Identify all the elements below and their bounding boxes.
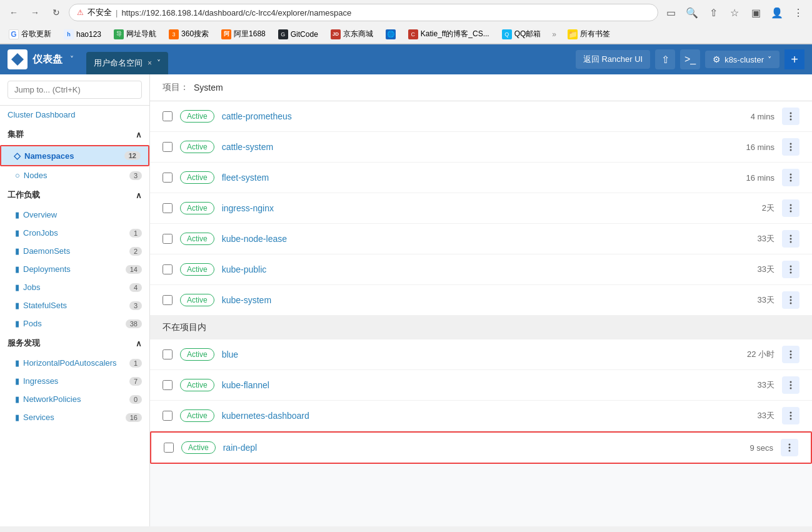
row-menu-button[interactable]	[781, 439, 798, 456]
row-checkbox[interactable]	[163, 203, 173, 213]
bookmark-git[interactable]: G GitCode	[274, 28, 322, 41]
tab-view-button[interactable]: ▣	[747, 4, 764, 21]
section-header-cluster[interactable]: 集群 ∧	[0, 124, 149, 145]
row-checkbox[interactable]	[163, 142, 173, 152]
cast-button[interactable]: ▭	[662, 4, 679, 21]
sidebar-item-overview[interactable]: ▮ Overview	[0, 206, 149, 224]
cronjobs-icon: ▮	[15, 228, 19, 238]
bookmark-ali[interactable]: 阿 阿里1688	[218, 28, 269, 41]
namespace-name[interactable]: rain-depl	[223, 443, 743, 453]
sidebar-item-statefulsets[interactable]: ▮ StatefulSets 3	[0, 296, 149, 314]
bookmark-world[interactable]: 🌐	[382, 28, 399, 41]
row-checkbox[interactable]	[163, 295, 173, 305]
row-checkbox[interactable]	[163, 264, 173, 274]
namespace-name[interactable]: kube-system	[222, 295, 750, 305]
bookmark-hao123[interactable]: h hao123	[60, 28, 105, 41]
tab-arrow-icon[interactable]: ˅	[157, 59, 161, 68]
cluster-selector[interactable]: ⚙ k8s-cluster ˅	[705, 51, 779, 68]
namespace-name[interactable]: kube-flannel	[222, 380, 750, 390]
section-header-workload[interactable]: 工作负载 ∧	[0, 184, 149, 206]
row-menu-button[interactable]	[782, 376, 799, 394]
bookmark-google[interactable]: G 谷歌更新	[5, 28, 55, 41]
namespace-name[interactable]: kube-public	[222, 264, 750, 274]
nav-title-chevron[interactable]: ˅	[70, 55, 74, 64]
search-button[interactable]: 🔍	[683, 4, 701, 21]
sidebar-item-networkpolicies[interactable]: ▮ NetworkPolicies 0	[0, 390, 149, 408]
bookmark-katie[interactable]: C Katie_ff的博客_CS...	[404, 28, 493, 41]
katie-icon: C	[408, 29, 418, 39]
table-row: Activekubernetes-dashboard33天	[150, 401, 812, 431]
sidebar-item-cronjobs[interactable]: ▮ CronJobs 1	[0, 224, 149, 242]
add-button[interactable]: +	[784, 49, 804, 69]
sidebar-item-jobs[interactable]: ▮ Jobs 4	[0, 278, 149, 296]
row-checkbox[interactable]	[163, 173, 173, 183]
bookmarks-more[interactable]: »	[552, 30, 556, 39]
namespace-name[interactable]: ingress-nginx	[222, 203, 754, 213]
jobs-badge: 4	[129, 283, 142, 292]
sidebar-item-deployments[interactable]: ▮ Deployments 14	[0, 260, 149, 278]
pods-icon: ▮	[15, 319, 19, 328]
row-checkbox[interactable]	[163, 234, 173, 244]
bookmark-qq[interactable]: Q QQ邮箱	[498, 28, 545, 41]
row-menu-button[interactable]	[782, 108, 799, 125]
sidebar-item-hpa[interactable]: ▮ HorizontalPodAutoscalers 1	[0, 354, 149, 372]
sidebar-label: CronJobs	[23, 228, 58, 238]
row-menu-button[interactable]	[782, 291, 799, 309]
forward-button[interactable]: →	[26, 4, 44, 21]
hpa-icon: ▮	[15, 358, 19, 368]
row-menu-button[interactable]	[782, 346, 799, 363]
svg-point-17	[790, 272, 792, 274]
namespace-name[interactable]: cattle-prometheus	[222, 111, 743, 121]
project-header: 项目： System	[150, 74, 812, 101]
namespace-name[interactable]: kube-node-lease	[222, 234, 750, 244]
row-menu-button[interactable]	[782, 261, 799, 278]
profile-button[interactable]: 👤	[768, 4, 786, 21]
svg-point-1	[790, 116, 792, 118]
bookmark-jd[interactable]: JD 京东商城	[327, 28, 377, 41]
terminal-button[interactable]: >_	[680, 49, 700, 69]
nav-logo	[8, 49, 28, 69]
bookmark-folder[interactable]: 📁 所有书签	[564, 28, 614, 41]
namespace-time: 33天	[758, 294, 774, 306]
row-checkbox[interactable]	[163, 411, 173, 421]
row-menu-button[interactable]	[782, 169, 799, 186]
refresh-button[interactable]: ↻	[48, 4, 65, 21]
namespace-name[interactable]: cattle-system	[222, 142, 739, 152]
bookmark-button[interactable]: ☆	[726, 4, 743, 21]
search-input[interactable]	[8, 81, 142, 99]
sidebar-item-pods[interactable]: ▮ Pods 38	[0, 314, 149, 333]
row-checkbox[interactable]	[163, 349, 173, 359]
row-menu-button[interactable]	[782, 199, 799, 217]
section-header-service-discovery[interactable]: 服务发现 ∧	[0, 333, 149, 354]
namespace-tab[interactable]: 用户命名空间 × ˅	[86, 52, 168, 74]
bookmark-360[interactable]: 3 360搜索	[165, 28, 213, 41]
sidebar-item-namespaces[interactable]: ◇ Namespaces 12	[0, 145, 149, 166]
svg-point-7	[790, 177, 792, 179]
row-checkbox[interactable]	[163, 380, 173, 390]
tab-close-icon[interactable]: ×	[148, 59, 152, 68]
row-menu-button[interactable]	[782, 138, 799, 156]
menu-button[interactable]: ⋮	[789, 4, 807, 21]
bookmark-nav[interactable]: 导 网址导航	[110, 28, 160, 41]
sidebar-item-services[interactable]: ▮ Services 16	[0, 408, 149, 426]
nodes-badge: 3	[129, 171, 142, 180]
return-rancher-button[interactable]: 返回 Rancher UI	[576, 50, 650, 69]
namespace-name[interactable]: blue	[222, 349, 739, 359]
cluster-dashboard-item[interactable]: Cluster Dashboard	[0, 106, 149, 124]
sidebar-search-container	[0, 74, 149, 106]
row-menu-button[interactable]	[782, 407, 799, 424]
row-checkbox[interactable]	[163, 111, 173, 121]
upload-button[interactable]: ⇧	[655, 49, 675, 69]
namespace-time: 2天	[762, 203, 774, 214]
row-checkbox[interactable]	[164, 443, 174, 453]
namespace-name[interactable]: fleet-system	[222, 173, 739, 183]
svg-point-28	[790, 415, 792, 417]
world-icon: 🌐	[386, 29, 396, 39]
share-button[interactable]: ⇧	[704, 4, 722, 21]
row-menu-button[interactable]	[782, 230, 799, 248]
sidebar-item-ingresses[interactable]: ▮ Ingresses 7	[0, 372, 149, 390]
back-button[interactable]: ←	[5, 4, 23, 21]
sidebar-item-nodes[interactable]: ○ Nodes 3	[0, 166, 149, 184]
namespace-name[interactable]: kubernetes-dashboard	[222, 411, 750, 421]
sidebar-item-daemonsets[interactable]: ▮ DaemonSets 2	[0, 242, 149, 260]
